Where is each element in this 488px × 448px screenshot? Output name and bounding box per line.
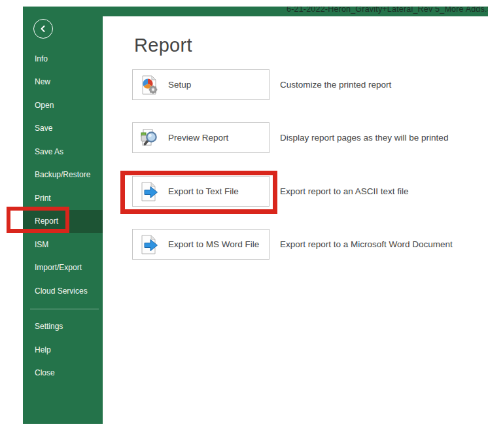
sidebar-divider [30, 309, 99, 309]
document-title: 6-21-2022-Heron_Gravity+Lateral_Rev 5_Mo… [287, 7, 488, 14]
sidebar-item-open[interactable]: Open [23, 94, 103, 117]
action-row-preview-report: Preview Report Display report pages as t… [132, 122, 488, 153]
sidebar-item-save-as[interactable]: Save As [23, 140, 103, 164]
back-button[interactable] [33, 19, 53, 39]
sidebar-item-settings[interactable]: Settings [23, 315, 103, 339]
sidebar-nav: Info New Open Save Save As Backup/Restor… [23, 16, 103, 424]
sidebar-item-cloud-services[interactable]: Cloud Services [23, 279, 103, 303]
setup-description: Customize the printed report [280, 69, 391, 100]
sidebar-item-import-export[interactable]: Import/Export [23, 256, 103, 280]
backstage-view: 6-21-2022-Heron_Gravity+Lateral_Rev 5_Mo… [0, 0, 488, 448]
export-to-text-file-button[interactable]: Export to Text File [132, 176, 270, 207]
action-row-export-word: Export to MS Word File Export report to … [132, 229, 488, 260]
export-to-ms-word-file-button[interactable]: Export to MS Word File [132, 229, 270, 260]
sidebar-item-close[interactable]: Close [23, 362, 103, 385]
sidebar-item-report[interactable]: Report [23, 210, 103, 233]
sidebar-menu: Info New Open Save Save As Backup/Restor… [23, 47, 103, 385]
export-file-icon [139, 233, 161, 256]
sidebar-item-backup-restore[interactable]: Backup/Restore [23, 164, 103, 187]
preview-report-button[interactable]: Preview Report [132, 122, 270, 153]
action-row-export-text: Export to Text File Export report to an … [132, 176, 488, 207]
sidebar-item-new[interactable]: New [23, 71, 103, 94]
report-setup-icon [139, 74, 161, 96]
sidebar-item-save[interactable]: Save [23, 117, 103, 141]
preview-report-icon [139, 127, 161, 149]
sidebar-item-info[interactable]: Info [23, 47, 103, 71]
sidebar-item-print[interactable]: Print [23, 186, 103, 210]
action-row-setup: Setup Customize the printed report [132, 69, 488, 100]
page-title: Report [134, 35, 192, 56]
export-file-icon [139, 181, 161, 203]
setup-button[interactable]: Setup [132, 69, 270, 100]
export-to-text-file-button-label: Export to Text File [168, 186, 239, 196]
export-to-text-file-description: Export report to an ASCII text file [280, 176, 409, 207]
setup-button-label: Setup [168, 80, 191, 90]
export-to-ms-word-file-description: Export report to a Microsoft Word Docume… [280, 229, 453, 260]
export-to-ms-word-file-button-label: Export to MS Word File [168, 239, 259, 249]
titlebar: 6-21-2022-Heron_Gravity+Lateral_Rev 5_Mo… [23, 7, 488, 16]
preview-report-description: Display report pages as they will be pri… [280, 122, 448, 153]
chevron-left-icon [39, 24, 48, 33]
preview-report-button-label: Preview Report [168, 133, 228, 143]
sidebar-item-ism[interactable]: ISM [23, 233, 103, 256]
sidebar-item-help[interactable]: Help [23, 338, 103, 362]
